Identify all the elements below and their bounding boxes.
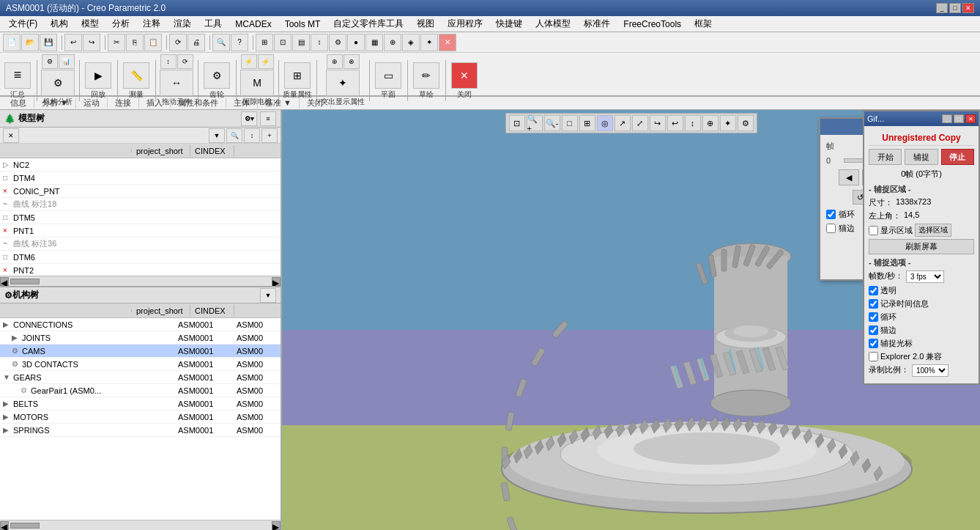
mtt-close[interactable]: ✕ (3, 128, 19, 143)
tb-extra7[interactable]: ▦ (365, 34, 383, 51)
tb-close-btn[interactable]: ✕ (451, 62, 478, 89)
viewport[interactable]: ⊡ 🔍+ 🔍- □ ⊞ ◎ ↗ ⤢ ↪ ↩ ↕ ⊕ ✦ ⚙ 动画 帧 (282, 110, 980, 530)
vp-render[interactable]: ✦ (720, 115, 736, 131)
tb-summary-btn[interactable]: ≡ (4, 62, 31, 89)
mech-item-cams[interactable]: ⚙ CAMS ASM0001 ASM00 (0, 345, 281, 358)
tb-paste[interactable]: 📋 (144, 34, 162, 51)
menu-mcadex[interactable]: MCADEx (229, 18, 277, 31)
vp-zoom-out[interactable]: 🔍- (544, 115, 560, 131)
menu-tools[interactable]: 工具 (198, 16, 228, 32)
minimize-btn[interactable]: _ (936, 3, 948, 13)
menu-model[interactable]: 模型 (75, 16, 105, 32)
gif-fps-select[interactable]: 3 fps 5 fps 10 fps (906, 270, 944, 283)
tb-extra4[interactable]: ↕ (311, 34, 328, 51)
menu-analysis[interactable]: 分析 (106, 16, 136, 32)
mech-item-gears[interactable]: ▼ GEARS ASM0001 ASM00 (0, 371, 281, 384)
tb-sketch-btn[interactable]: ✏ (413, 62, 439, 89)
tb-highlight-btn[interactable]: ✦ (326, 70, 360, 96)
gif-assist-btn[interactable]: 辅捉 (905, 149, 938, 165)
tb-plane-btn[interactable]: ▭ (375, 62, 401, 89)
scroll-right2[interactable]: ▶ (272, 521, 281, 530)
gif-maximize[interactable]: □ (954, 114, 964, 123)
tb-measure-btn[interactable]: 📏 (123, 62, 149, 89)
vp-view3[interactable]: ◎ (597, 115, 613, 131)
anim-prev-btn[interactable]: ◀ (839, 169, 859, 185)
gif-showarea-cb[interactable] (869, 226, 878, 235)
mtt-sort[interactable]: ↕ (244, 128, 260, 143)
tb-regen[interactable]: ⟳ (169, 34, 187, 51)
tb-redo[interactable]: ↪ (83, 34, 100, 51)
gif-trace-cb[interactable] (869, 325, 878, 335)
tb-motor2[interactable]: ⚡ (258, 54, 274, 69)
tree-item-dtm4[interactable]: □ DTM4 (0, 172, 281, 185)
gif-cursor-cb[interactable] (869, 339, 878, 348)
tb-hl2[interactable]: ⊗ (344, 54, 360, 69)
anim-trace-cb[interactable] (826, 224, 836, 233)
gif-refresh-btn[interactable]: 刷新屏幕 (869, 239, 974, 254)
tb-save[interactable]: 💾 (40, 34, 57, 51)
vp-view8[interactable]: ↕ (685, 115, 701, 131)
gif-timestamp-cb[interactable] (869, 299, 878, 309)
vp-view6[interactable]: ↪ (650, 115, 666, 131)
model-tree-content[interactable]: ▷ NC2 □ DTM4 × CONIC_PNT ~ 曲线 标注18 □ DTM… (0, 158, 281, 276)
scrollbar-track2[interactable] (10, 523, 270, 529)
tb-analysis2[interactable]: 📊 (59, 54, 75, 69)
vp-view4[interactable]: ↗ (615, 115, 631, 131)
tb-extra3[interactable]: ▤ (292, 34, 310, 51)
anim-loop-cb[interactable] (826, 210, 836, 219)
menu-file[interactable]: 文件(F) (3, 16, 43, 32)
mech-item-gearpair1[interactable]: ⚙ GearPair1 (ASM0... ASM0001 ASM00 (0, 384, 281, 397)
tb-drag-btn[interactable]: ↔ (160, 70, 193, 96)
tb-hl1[interactable]: ⊕ (327, 54, 343, 69)
tb-drag2[interactable]: ⟳ (177, 54, 193, 69)
model-tree-settings[interactable]: ⚙▾ (241, 111, 257, 126)
close-btn[interactable]: ✕ (962, 3, 974, 13)
tb-extra6[interactable]: ● (347, 34, 365, 51)
menu-view[interactable]: 视图 (411, 16, 440, 32)
scrollbar-thumb[interactable] (10, 279, 40, 284)
tb-motor-btn[interactable]: M (240, 70, 274, 96)
tb-open[interactable]: 📂 (21, 34, 39, 51)
mtt-add[interactable]: + (261, 128, 278, 143)
gif-close[interactable]: ✕ (965, 114, 976, 123)
menu-tools-mt[interactable]: Tools MT (279, 18, 327, 31)
tree-item-curve18[interactable]: ~ 曲线 标注18 (0, 198, 281, 211)
tb-analysis1[interactable]: ⚙ (42, 54, 58, 69)
tb-mass-btn[interactable]: ⊞ (284, 62, 311, 89)
mech-tree-expand[interactable]: ▼ (260, 288, 276, 303)
vp-zoom-in[interactable]: 🔍+ (527, 115, 543, 131)
mech-item-belts[interactable]: ▶ BELTS ASM0001 ASM00 (0, 397, 281, 411)
vp-view5[interactable]: ⤢ (632, 115, 648, 131)
vp-view2[interactable]: ⊞ (579, 115, 595, 131)
tb-gear-btn[interactable]: ⚙ (204, 62, 230, 89)
tb-extra9[interactable]: ◈ (402, 34, 420, 51)
tree-item-conic[interactable]: × CONIC_PNT (0, 185, 281, 198)
menu-annotation[interactable]: 注释 (137, 16, 166, 32)
menu-human[interactable]: 人体模型 (530, 16, 576, 32)
gif-start-btn[interactable]: 开始 (869, 149, 902, 165)
gif-selectarea-btn[interactable]: 选择区域 (915, 224, 951, 237)
tb-help[interactable]: ? (231, 34, 248, 51)
maximize-btn[interactable]: □ (949, 3, 961, 13)
tb-playback-btn[interactable]: ▶ (85, 62, 111, 89)
mech-tree-content[interactable]: ▶ CONNECTIONS ASM0001 ASM00 ▶ JOINTS ASM… (0, 318, 281, 520)
gif-stop-btn[interactable]: 停止 (941, 149, 974, 165)
tb-motor1[interactable]: ⚡ (241, 54, 257, 69)
mech-item-motors[interactable]: ▶ MOTORS ASM0001 ASM00 (0, 411, 281, 424)
mech-item-3dcontacts[interactable]: ⚙ 3D CONTACTS ASM0001 ASM00 (0, 358, 281, 371)
tb-copy[interactable]: ⎘ (126, 34, 144, 51)
gif-minimize[interactable]: _ (942, 114, 952, 123)
scrollbar-track[interactable] (10, 279, 270, 284)
menu-frame[interactable]: 框架 (688, 16, 718, 32)
menu-mechanism[interactable]: 机构 (45, 16, 74, 32)
scrollbar-thumb2[interactable] (10, 523, 40, 529)
tb-stop[interactable]: ✕ (439, 34, 456, 51)
menu-shortcuts[interactable]: 快捷键 (490, 16, 528, 32)
vp-settings[interactable]: ⚙ (738, 115, 754, 131)
tb-print[interactable]: 🖨 (188, 34, 205, 51)
tree-item-pnt2[interactable]: × PNT2 (0, 264, 281, 276)
mtt-filter[interactable]: ▼ (209, 128, 225, 143)
menu-custom-lib[interactable]: 自定义零件库工具 (327, 16, 409, 32)
model-tree-expand[interactable]: ≡ (260, 111, 276, 126)
tb-extra8[interactable]: ⊕ (384, 34, 401, 51)
